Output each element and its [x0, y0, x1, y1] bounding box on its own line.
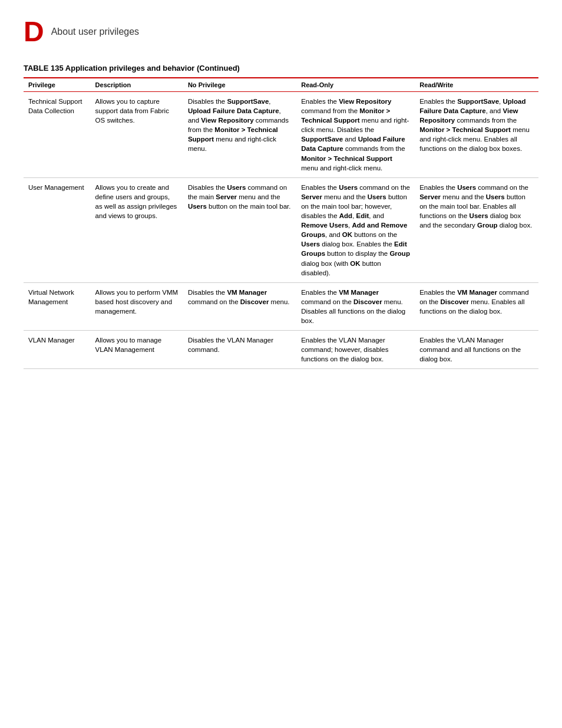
cell-description: Allows you to capture support data from … [91, 92, 183, 178]
cell-privilege: VLAN Manager [24, 331, 91, 369]
chapter-letter: D [24, 18, 44, 46]
col-header-noprivilege: No Privilege [183, 78, 296, 92]
chapter-title: About user privileges [51, 27, 139, 37]
table-heading: Application privileges and behavior (Con… [65, 64, 240, 73]
cell-noprivilege: Disables the VLAN Manager command. [183, 331, 296, 369]
cell-readwrite: Enables the SupportSave, Upload Failure … [415, 92, 538, 178]
cell-noprivilege: Disables the SupportSave, Upload Failure… [183, 92, 296, 178]
table-title: TABLE 135 Application privileges and beh… [24, 64, 538, 73]
cell-privilege: User Management [24, 177, 91, 282]
page-header: D About user privileges [24, 18, 538, 46]
cell-readonly: Enables the Users command on the Server … [296, 177, 415, 282]
col-header-readonly: Read-Only [296, 78, 415, 92]
cell-description: Allows you to create and define users an… [91, 177, 183, 282]
col-header-description: Description [91, 78, 183, 92]
table-header-row: Privilege Description No Privilege Read-… [24, 78, 538, 92]
col-header-readwrite: Read/Write [415, 78, 538, 92]
table-body: Technical Support Data CollectionAllows … [24, 92, 538, 369]
table-row: Virtual Network ManagementAllows you to … [24, 282, 538, 330]
cell-description: Allows you to manage VLAN Management [91, 331, 183, 369]
privileges-table: Privilege Description No Privilege Read-… [24, 77, 538, 369]
cell-privilege: Virtual Network Management [24, 282, 91, 330]
cell-privilege: Technical Support Data Collection [24, 92, 91, 178]
cell-readonly: Enables the VLAN Manager command; howeve… [296, 331, 415, 369]
cell-readonly: Enables the VM Manager command on the Di… [296, 282, 415, 330]
cell-readonly: Enables the View Repository command from… [296, 92, 415, 178]
table-row: VLAN ManagerAllows you to manage VLAN Ma… [24, 331, 538, 369]
col-header-privilege: Privilege [24, 78, 91, 92]
table-label: TABLE 135 [24, 64, 65, 73]
table-row: Technical Support Data CollectionAllows … [24, 92, 538, 178]
cell-description: Allows you to perform VMM based host dis… [91, 282, 183, 330]
cell-readwrite: Enables the Users command on the Server … [415, 177, 538, 282]
cell-noprivilege: Disables the VM Manager command on the D… [183, 282, 296, 330]
cell-noprivilege: Disables the Users command on the main S… [183, 177, 296, 282]
table-row: User ManagementAllows you to create and … [24, 177, 538, 282]
cell-readwrite: Enables the VLAN Manager command and all… [415, 331, 538, 369]
cell-readwrite: Enables the VM Manager command on the Di… [415, 282, 538, 330]
